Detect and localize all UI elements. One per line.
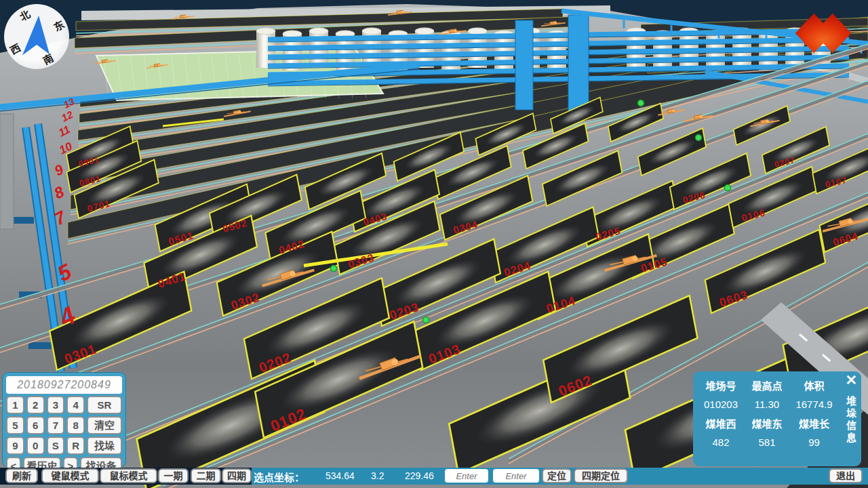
keypad-button-7[interactable]: 7 bbox=[47, 416, 65, 434]
keypad-button-9[interactable]: 9 bbox=[6, 436, 24, 455]
bottom-toolbar: 选点坐标： 534.64 3.2 229.46 退出 刷新键鼠模式鼠标模式一期二… bbox=[0, 468, 868, 485]
enter-input-1[interactable] bbox=[445, 469, 488, 483]
pile-info-header: 体积 bbox=[791, 378, 837, 392]
selected-point-coordinates-label: 选点坐标： bbox=[254, 470, 304, 484]
status-dot-icon bbox=[331, 266, 337, 272]
pile-info-header: 堆场号 bbox=[698, 378, 743, 392]
pile-info-panel: ✕ 堆场号 最高点 体积 010203 11.30 16774.9 煤堆西 煤堆… bbox=[693, 371, 861, 466]
phase-4-locate-button[interactable]: 四期定位 bbox=[574, 468, 628, 483]
pile-info-header: 煤堆长 bbox=[791, 416, 837, 430]
keypad-button-0[interactable]: 0 bbox=[26, 436, 45, 455]
keypad-button-6[interactable]: 6 bbox=[26, 416, 45, 434]
keypad-button-sr[interactable]: SR bbox=[87, 396, 122, 414]
phase-2-button[interactable]: 二期 bbox=[191, 468, 221, 483]
coordinate-z-value: 229.46 bbox=[405, 470, 434, 481]
keypad-button-s[interactable]: S bbox=[47, 436, 65, 455]
keypad-button-2[interactable]: 2 bbox=[26, 396, 45, 414]
pile-info-value: 99 bbox=[791, 436, 837, 448]
status-dot-icon bbox=[638, 100, 644, 106]
exit-button[interactable]: 退出 bbox=[829, 468, 863, 483]
keypad-button-5[interactable]: 5 bbox=[6, 416, 24, 434]
keypad-button-r[interactable]: R bbox=[66, 436, 85, 455]
compass[interactable]: 北 东 南 西 bbox=[4, 4, 69, 69]
pile-info-value: 11.30 bbox=[743, 399, 791, 410]
pile-info-header: 最高点 bbox=[743, 378, 791, 392]
pile-info-value: 482 bbox=[698, 436, 743, 448]
keypad-button-clear[interactable]: 清空 bbox=[87, 416, 122, 434]
keypad-button-find-pile[interactable]: 找垛 bbox=[87, 436, 122, 455]
pile-info-grid: 堆场号 最高点 体积 010203 11.30 16774.9 煤堆西 煤堆东 … bbox=[698, 378, 837, 448]
app-window: 0501050204030402040103030302030403010205… bbox=[0, 0, 868, 488]
pile-info-value: 010203 bbox=[698, 399, 743, 410]
keypad-panel: 1234SR5678清空90SR找垛<看历史>找设备 bbox=[2, 372, 126, 468]
close-icon[interactable]: ✕ bbox=[845, 371, 857, 389]
keyboard-mouse-mode-button[interactable]: 键鼠模式 bbox=[41, 468, 99, 483]
phase-4-button[interactable]: 四期 bbox=[222, 468, 252, 483]
status-dot-icon bbox=[725, 185, 731, 191]
enter-input-2[interactable] bbox=[493, 469, 539, 483]
pile-info-header: 煤堆东 bbox=[743, 416, 791, 430]
phase-1-button[interactable]: 一期 bbox=[158, 468, 189, 483]
keypad-button-8[interactable]: 8 bbox=[66, 416, 85, 434]
coordinate-x-value: 534.64 bbox=[326, 470, 355, 481]
refresh-button[interactable]: 刷新 bbox=[5, 468, 38, 483]
timestamp-display-input[interactable] bbox=[6, 376, 122, 394]
coordinate-y-value: 3.2 bbox=[371, 470, 384, 481]
keypad-button-4[interactable]: 4 bbox=[66, 396, 85, 414]
status-dot-icon bbox=[696, 135, 702, 141]
status-dot-icon bbox=[423, 317, 429, 323]
company-logo-icon bbox=[789, 5, 857, 61]
pile-info-value: 16774.9 bbox=[791, 399, 837, 410]
compass-arrow-icon bbox=[17, 13, 58, 59]
mouse-mode-button[interactable]: 鼠标模式 bbox=[100, 468, 157, 483]
keypad-button-3[interactable]: 3 bbox=[47, 396, 65, 414]
pile-info-value: 581 bbox=[743, 436, 791, 448]
locate-button[interactable]: 定位 bbox=[542, 468, 572, 483]
pile-info-header: 煤堆西 bbox=[698, 416, 743, 430]
pile-info-side-label: 堆垛信息 bbox=[844, 396, 858, 445]
keypad-button-1[interactable]: 1 bbox=[6, 396, 24, 414]
